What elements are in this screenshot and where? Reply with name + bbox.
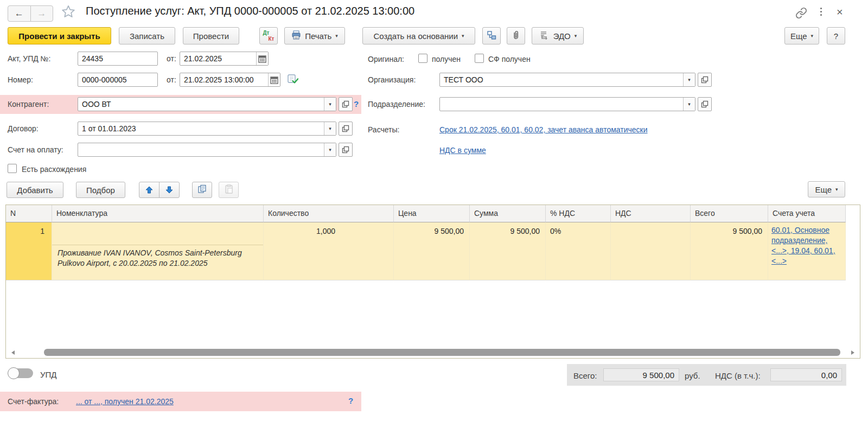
calendar-icon[interactable]	[256, 52, 268, 65]
dropdown-caret-icon[interactable]: ▾	[324, 143, 336, 156]
column-header-n[interactable]: N	[6, 205, 52, 222]
division-open-button[interactable]	[698, 97, 712, 111]
copy-rows-button[interactable]	[192, 182, 212, 198]
more-button[interactable]: Еще ▾	[784, 27, 819, 44]
organization-open-button[interactable]	[698, 73, 712, 87]
table-more-button[interactable]: Еще ▾	[808, 181, 845, 197]
sf-received-checkbox[interactable]	[475, 54, 484, 63]
window-menu-kebab-icon[interactable]	[820, 8, 822, 16]
paste-rows-button[interactable]	[219, 182, 239, 198]
discrepancies-checkbox[interactable]	[8, 164, 17, 173]
scrollbar-thumb[interactable]	[44, 349, 840, 356]
row-number-cell[interactable]: 1	[6, 222, 52, 280]
payment-invoice-open-button[interactable]	[339, 143, 353, 157]
invoice-help-icon[interactable]: ?	[348, 396, 353, 405]
act-number-input[interactable]: 24435	[78, 52, 158, 66]
printer-icon	[291, 30, 301, 42]
attachments-button[interactable]	[507, 27, 525, 44]
dtkt-button[interactable]: Дт Кт	[259, 27, 278, 44]
add-row-button[interactable]: Добавить	[7, 182, 63, 198]
print-button[interactable]: Печать ▾	[284, 27, 345, 44]
original-received-checkbox[interactable]	[418, 54, 427, 63]
division-input[interactable]: ▾	[439, 97, 695, 111]
number-label: Номер:	[8, 75, 33, 84]
vat-cell[interactable]	[611, 222, 691, 280]
invoice-link[interactable]: ... от ..., получен 21.02.2025	[76, 397, 174, 406]
counterparty-help-icon[interactable]: ?	[354, 99, 359, 108]
dropdown-caret-icon[interactable]: ▾	[683, 73, 695, 86]
column-header-amount[interactable]: Сумма	[470, 205, 546, 222]
accounts-link[interactable]: 60.01, Основное подразделение, <...>, 19…	[771, 226, 835, 265]
vat-total-value: 0,00	[770, 368, 842, 381]
division-label: Подразделение:	[368, 100, 425, 108]
horizontal-scrollbar[interactable]	[8, 348, 858, 356]
column-header-quantity[interactable]: Количество	[264, 205, 394, 222]
post-button[interactable]: Провести	[183, 27, 239, 44]
move-row-down-button[interactable]	[159, 182, 180, 198]
contract-input[interactable]: 1 от 01.01.2023 ▾	[78, 122, 336, 136]
save-button[interactable]: Записать	[119, 27, 175, 44]
upd-toggle[interactable]	[8, 367, 34, 379]
vat-total-label: НДС (в т.ч.):	[715, 371, 761, 380]
scroll-right-icon[interactable]	[851, 350, 854, 355]
favorite-star-icon[interactable]	[61, 4, 76, 22]
number-date-from-label: от:	[167, 75, 176, 84]
close-icon[interactable]: ×	[837, 7, 843, 17]
column-header-nomenclature[interactable]: Номенклатура	[52, 205, 264, 222]
column-header-vat[interactable]: НДС	[611, 205, 691, 222]
dropdown-caret-icon[interactable]: ▾	[683, 98, 695, 111]
document-window: ← → Поступление услуг: Акт, УПД 0000-000…	[0, 0, 868, 434]
accounts-cell[interactable]: 60.01, Основное подразделение, <...>, 19…	[768, 222, 846, 280]
price-cell[interactable]: 9 500,00	[394, 222, 470, 280]
act-date-from-label: от:	[167, 54, 176, 63]
amount-cell[interactable]: 9 500,00	[470, 222, 546, 280]
edo-button[interactable]: ЭДО ▾	[532, 27, 584, 44]
service-description[interactable]: Проживание IVAN IVANOV, Cosmos Saint-Pet…	[52, 245, 263, 269]
number-date-input[interactable]: 21.02.2025 13:00:00	[180, 73, 280, 87]
settlements-link[interactable]: Срок 21.02.2025, 60.01, 60.02, зачет ава…	[439, 125, 648, 134]
discrepancies-label: Есть расхождения	[22, 165, 86, 174]
total-label: Всего:	[573, 371, 597, 380]
column-header-total[interactable]: Всего	[691, 205, 768, 222]
nomenclature-value[interactable]	[52, 222, 263, 245]
scroll-left-icon[interactable]	[11, 350, 15, 355]
chevron-down-icon: ▾	[811, 34, 814, 39]
column-header-accounts[interactable]: Счета учета	[768, 205, 846, 222]
calendar-icon[interactable]	[268, 73, 280, 86]
nomenclature-cell[interactable]: Проживание IVAN IVANOV, Cosmos Saint-Pet…	[52, 222, 264, 280]
forward-arrow-icon[interactable]: →	[31, 6, 53, 21]
vat-in-amount-link[interactable]: НДС в сумме	[439, 146, 486, 155]
dropdown-caret-icon[interactable]: ▾	[324, 122, 336, 135]
column-header-price[interactable]: Цена	[394, 205, 470, 222]
post-and-close-button[interactable]: Провести и закрыть	[8, 27, 111, 44]
counterparty-input[interactable]: ООО ВТ ▾	[78, 97, 336, 111]
sf-received-label: СФ получен	[488, 55, 531, 63]
vat-percent-cell[interactable]: 0%	[546, 222, 611, 280]
page-title: Поступление услуг: Акт, УПД 0000-000005 …	[86, 5, 414, 17]
set-time-check-icon[interactable]	[288, 74, 299, 87]
counterparty-label: Контрагент:	[8, 100, 49, 108]
help-button[interactable]: ?	[827, 27, 845, 44]
related-documents-button[interactable]	[482, 27, 501, 44]
back-arrow-icon[interactable]: ←	[8, 6, 31, 21]
paperclip-icon	[511, 30, 521, 42]
quantity-cell[interactable]: 1,000	[264, 222, 394, 280]
invoice-label: Счет-фактура:	[8, 397, 59, 406]
total-cell[interactable]: 9 500,00	[691, 222, 768, 280]
move-row-up-button[interactable]	[139, 182, 159, 198]
dropdown-caret-icon[interactable]: ▾	[324, 98, 336, 111]
column-header-vat-percent[interactable]: % НДС	[546, 205, 611, 222]
act-date-input[interactable]: 21.02.2025	[180, 52, 269, 66]
chevron-down-icon: ▾	[835, 187, 838, 192]
create-based-on-button[interactable]: Создать на основании ▾	[362, 27, 475, 44]
contract-open-button[interactable]	[339, 122, 353, 136]
counterparty-open-button[interactable]	[339, 97, 353, 111]
table-row[interactable]: 1 Проживание IVAN IVANOV, Cosmos Saint-P…	[6, 222, 860, 280]
payment-invoice-input[interactable]: ▾	[78, 143, 336, 157]
upd-toggle-label: УПД	[40, 370, 56, 379]
number-input[interactable]: 0000-000005	[78, 73, 158, 87]
arrow-down-icon	[165, 186, 173, 194]
organization-input[interactable]: ТЕСТ ООО ▾	[439, 73, 695, 87]
get-link-icon[interactable]	[795, 7, 807, 21]
pick-button[interactable]: Подбор	[76, 182, 125, 198]
